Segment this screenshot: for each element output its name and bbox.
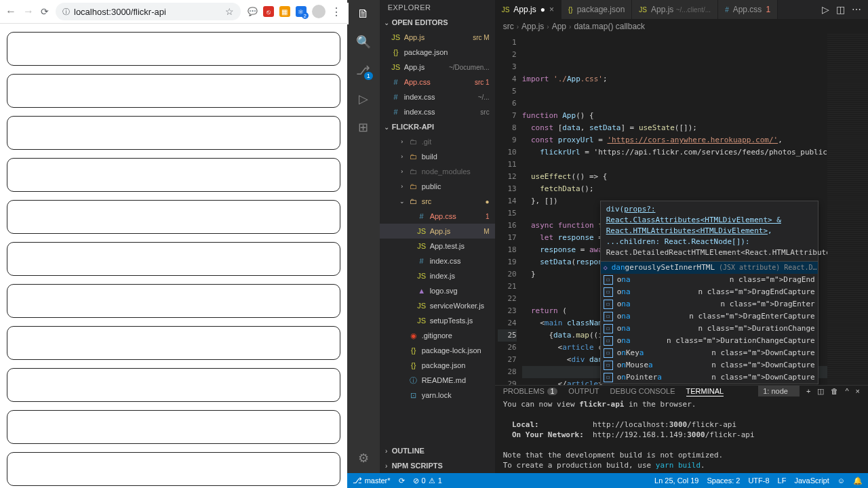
output-tab[interactable]: OUTPUT xyxy=(568,386,599,396)
file-item[interactable]: JSserviceWorker.js xyxy=(380,298,495,313)
search-activity-icon[interactable]: 🔍 xyxy=(355,34,372,50)
completion-label: onMousea xyxy=(617,359,708,371)
file-item[interactable]: #index.css xyxy=(380,253,495,268)
status-sync[interactable]: ⟳ xyxy=(399,476,405,485)
file-item[interactable]: ◉.gitignore xyxy=(380,328,495,343)
file-name: index.css xyxy=(404,93,475,101)
completion-item[interactable]: ☐onPointeran class="m">DownCapture xyxy=(601,371,818,384)
open-editor-item[interactable]: #App.csssrc 1 xyxy=(380,75,495,89)
split-editor-icon[interactable]: ◫ xyxy=(836,4,845,15)
new-terminal-icon[interactable]: + xyxy=(806,387,810,395)
error-icon: ⊘ xyxy=(413,476,419,485)
back-button[interactable]: ← xyxy=(5,5,16,18)
close-panel-icon[interactable]: × xyxy=(856,387,860,395)
address-bar[interactable]: ⓘ localhost:3000/flickr-api ☆ xyxy=(56,3,241,20)
status-feedback[interactable]: ☺ xyxy=(837,476,845,485)
file-item[interactable]: {}package-lock.json xyxy=(380,343,495,358)
split-terminal-icon[interactable]: ◫ xyxy=(817,387,824,396)
breadcrumb-item[interactable]: App.js xyxy=(521,22,544,31)
debug-activity-icon[interactable]: ▷ xyxy=(355,91,372,107)
folder-item[interactable]: ⌄🗀src● xyxy=(380,194,495,209)
breadcrumb-item[interactable]: src xyxy=(503,22,514,31)
status-language[interactable]: JavaScript xyxy=(794,476,829,485)
problems-tab[interactable]: PROBLEMS1 xyxy=(503,386,558,396)
editor-tab[interactable]: JSApp.js ~/...client/... xyxy=(632,0,718,19)
kill-terminal-icon[interactable]: 🗑 xyxy=(831,387,838,395)
breadcrumbs[interactable]: src›App.js›App›data.map() callback xyxy=(495,19,868,34)
file-item[interactable]: #App.css1 xyxy=(380,209,495,224)
open-editor-item[interactable]: {}package.json xyxy=(380,45,495,60)
run-icon[interactable]: ▷ xyxy=(822,4,829,15)
file-item[interactable]: {}package.json xyxy=(380,358,495,373)
reload-button[interactable]: ⟳ xyxy=(41,6,49,17)
terminal-tab[interactable]: TERMINAL xyxy=(686,386,724,396)
breadcrumb-item[interactable]: data.map() callback xyxy=(574,22,645,31)
file-item[interactable]: JSindex.js xyxy=(380,268,495,283)
status-cursor[interactable]: Ln 25, Col 19 xyxy=(654,476,698,485)
open-editor-item[interactable]: JSApp.js~/Documen... xyxy=(380,60,495,75)
extensions-tray: 💬 ⎋ ▦ ⚛2 ⋮ xyxy=(248,5,342,18)
profile-avatar[interactable] xyxy=(312,5,326,18)
breadcrumb-item[interactable]: App xyxy=(552,22,566,31)
editor-tab[interactable]: JSApp.js●× xyxy=(495,0,561,19)
open-editor-item[interactable]: #index.css~/... xyxy=(380,89,495,104)
minimap[interactable] xyxy=(827,34,868,385)
open-editors-section[interactable]: ⌄OPEN EDITORS xyxy=(380,15,495,30)
debug-console-tab[interactable]: DEBUG CONSOLE xyxy=(610,386,675,396)
file-item[interactable]: JSsetupTests.js xyxy=(380,313,495,328)
file-item[interactable]: JSApp.test.js xyxy=(380,239,495,253)
folder-name: public xyxy=(422,182,487,190)
more-actions-icon[interactable]: ⋯ xyxy=(852,4,861,15)
code-editor[interactable]: import './App.css'; function App() { con… xyxy=(522,34,827,385)
react-devtools-icon[interactable]: ⚛2 xyxy=(296,6,307,17)
status-problems[interactable]: ⊘0 ⚠1 xyxy=(413,476,442,485)
status-indent[interactable]: Spaces: 2 xyxy=(707,476,740,485)
completion-item[interactable]: ☐onan class="m">DragEnterCapture xyxy=(601,310,818,323)
status-branch[interactable]: ⎇master* xyxy=(353,476,391,485)
folder-section[interactable]: ⌄FLICKR-API xyxy=(380,119,495,134)
file-item[interactable]: ⓘREADME.md xyxy=(380,373,495,388)
intellisense-popup[interactable]: div(props?: React.ClassAttributes<HTMLDi… xyxy=(600,201,818,384)
tab-label: App.js ~/...client/... xyxy=(651,5,711,14)
completion-item[interactable]: ☐onMousean class="m">DownCapture xyxy=(601,359,818,371)
status-encoding[interactable]: UTF-8 xyxy=(748,476,769,485)
file-item[interactable]: ▲logo.svg xyxy=(380,283,495,298)
folder-item[interactable]: ›🗀.git xyxy=(380,134,495,149)
terminal-output[interactable]: You can now view flickr-api in the brows… xyxy=(495,396,868,483)
extensions-activity-icon[interactable]: ⊞ xyxy=(355,119,372,136)
browser-menu-icon[interactable]: ⋮ xyxy=(331,5,342,18)
status-notifications-icon[interactable]: 🔔 xyxy=(853,476,863,485)
completion-item[interactable]: ☐onan class="m">DragEnd xyxy=(601,274,818,286)
file-item[interactable]: ⊡yarn.lock xyxy=(380,388,495,403)
file-icon: ◉ xyxy=(408,331,419,340)
open-editor-item[interactable]: #index.csssrc xyxy=(380,104,495,119)
close-tab-icon[interactable]: × xyxy=(549,5,554,14)
folder-item[interactable]: ›🗀public xyxy=(380,179,495,194)
scm-activity-icon[interactable]: ⎇1 xyxy=(355,62,372,79)
settings-activity-icon[interactable]: ⚙ xyxy=(355,450,372,466)
terminal-selector[interactable]: 1: node xyxy=(758,386,800,396)
npm-scripts-section[interactable]: ›NPM SCRIPTS xyxy=(380,458,495,473)
chat-extension-icon[interactable]: 💬 xyxy=(248,7,258,16)
open-editor-item[interactable]: JSApp.jssrc M xyxy=(380,30,495,45)
completion-label: dangerouslySetInnerHTML xyxy=(612,262,715,274)
completion-item[interactable]: ☐onan class="m">DurationChange xyxy=(601,323,818,335)
explorer-activity-icon[interactable]: 🗎 xyxy=(355,5,372,22)
completion-item[interactable]: ☐onan class="m">DragEndCapture xyxy=(601,286,818,298)
adblock-extension-icon[interactable]: ⎋ xyxy=(263,6,274,17)
editor-tab[interactable]: #App.css1 xyxy=(718,0,778,19)
completion-item[interactable]: ☐onan class="m">DragEnter xyxy=(601,298,818,310)
status-eol[interactable]: LF xyxy=(778,476,787,485)
outline-section[interactable]: ›OUTLINE xyxy=(380,443,495,458)
folder-item[interactable]: ›🗀node_modules xyxy=(380,164,495,179)
folder-item[interactable]: ›🗀build xyxy=(380,149,495,164)
maximize-panel-icon[interactable]: ^ xyxy=(845,387,848,395)
extension-icon[interactable]: ▦ xyxy=(279,6,290,17)
completion-item[interactable]: ◇dangerouslySetInnerHTML(JSX attribute) … xyxy=(601,262,818,274)
completion-item[interactable]: ☐onKeyan class="m">DownCapture xyxy=(601,347,818,359)
forward-button[interactable]: → xyxy=(23,5,34,18)
bookmark-icon[interactable]: ☆ xyxy=(225,6,234,17)
completion-item[interactable]: ☐onan class="m">DurationChangeCapture xyxy=(601,335,818,347)
file-item[interactable]: JSApp.jsM xyxy=(380,224,495,239)
editor-tab[interactable]: {}package.json xyxy=(561,0,632,19)
